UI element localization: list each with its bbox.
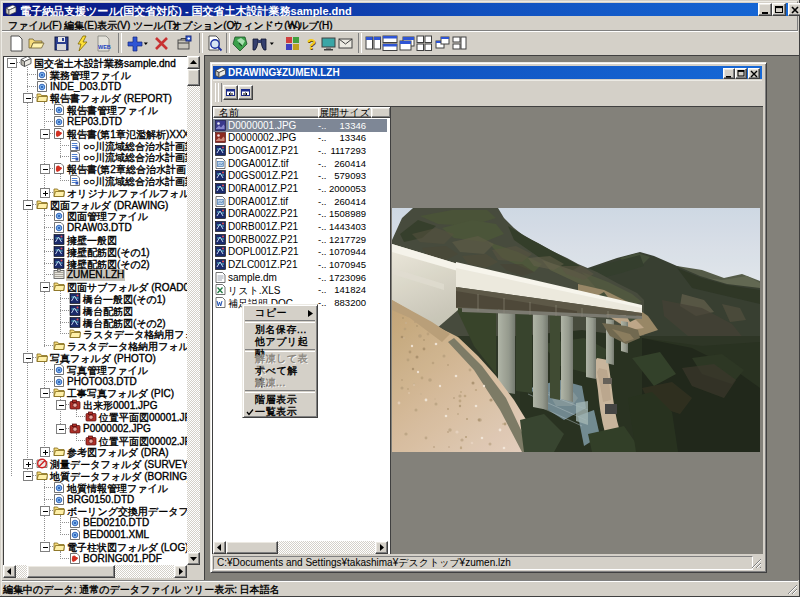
svg-text:WEB: WEB <box>98 44 111 50</box>
svg-text:?: ? <box>307 35 316 52</box>
